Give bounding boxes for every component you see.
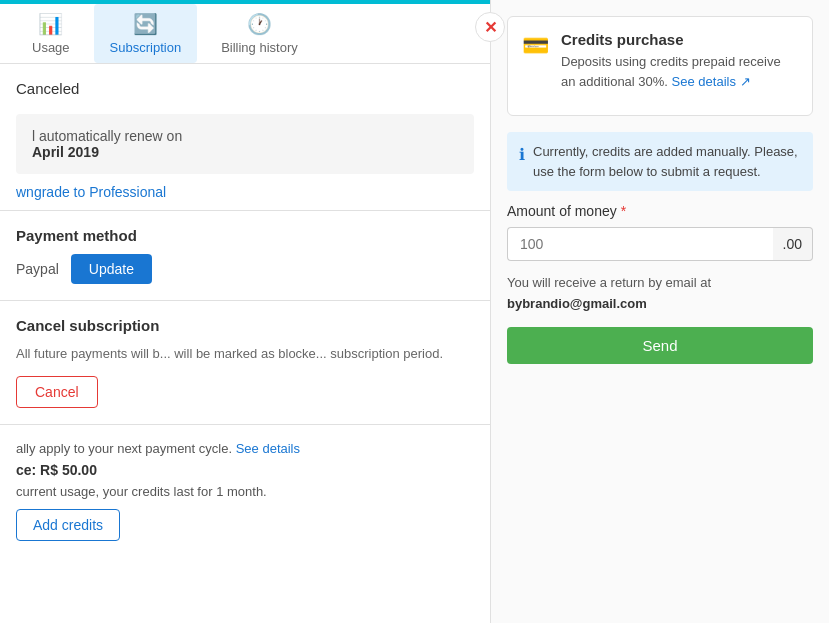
credits-purchase-header: 💳 Credits purchase Deposits using credit… — [522, 31, 798, 91]
see-details-link[interactable]: See details ↗ — [672, 74, 751, 89]
tab-billing-label: Billing history — [221, 40, 298, 55]
tab-billing-history[interactable]: 🕐 Billing history — [205, 4, 314, 63]
credits-usage-text: current usage, your credits last for 1 m… — [16, 484, 474, 499]
tabs-container: 📊 Usage 🔄 Subscription 🕐 Billing history — [0, 4, 490, 64]
credits-purchase-desc: Deposits using credits prepaid receive a… — [561, 52, 798, 91]
payment-section: Payment method Paypal Update — [0, 210, 490, 300]
billing-icon: 🕐 — [247, 12, 272, 36]
payment-title: Payment method — [16, 227, 474, 244]
credits-section: ally apply to your next payment cycle. S… — [0, 424, 490, 557]
amount-label: Amount of money * — [507, 203, 813, 219]
send-button[interactable]: Send — [507, 327, 813, 364]
tab-usage-label: Usage — [32, 40, 70, 55]
cancel-description: All future payments will b... will be ma… — [16, 344, 474, 364]
credits-cycle-text: ally apply to your next payment cycle. S… — [16, 441, 474, 456]
cancel-button[interactable]: Cancel — [16, 376, 98, 408]
info-icon: ℹ — [519, 143, 525, 167]
required-star: * — [621, 203, 626, 219]
add-credits-button[interactable]: Add credits — [16, 509, 120, 541]
status-badge: Canceled — [16, 80, 79, 97]
update-payment-button[interactable]: Update — [71, 254, 152, 284]
amount-input[interactable] — [507, 227, 773, 261]
tab-subscription[interactable]: 🔄 Subscription — [94, 4, 198, 63]
info-notice: ℹ Currently, credits are added manually.… — [507, 132, 813, 191]
close-icon: ✕ — [484, 18, 497, 37]
credits-purchase-card: 💳 Credits purchase Deposits using credit… — [507, 16, 813, 116]
main-content: 📊 Usage 🔄 Subscription 🕐 Billing history… — [0, 4, 490, 623]
close-panel-button[interactable]: ✕ — [475, 12, 505, 42]
cancel-section: Cancel subscription All future payments … — [0, 300, 490, 424]
amount-section: Amount of money * .00 — [491, 203, 829, 273]
return-email-address: bybrandio@gmail.com — [507, 296, 647, 311]
status-section: Canceled — [0, 64, 490, 106]
amount-input-row: .00 — [507, 227, 813, 261]
amount-suffix: .00 — [773, 227, 813, 261]
tab-usage[interactable]: 📊 Usage — [16, 4, 86, 63]
renewal-text: l automatically renew on — [32, 128, 458, 144]
credits-panel: ✕ 💳 Credits purchase Deposits using cred… — [490, 0, 829, 623]
info-notice-text: Currently, credits are added manually. P… — [533, 142, 801, 181]
cancel-subscription-title: Cancel subscription — [16, 317, 474, 334]
credits-price: ce: R$ 50.00 — [16, 462, 474, 478]
upgrade-link[interactable]: wngrade to Professional — [16, 184, 474, 200]
tab-subscription-label: Subscription — [110, 40, 182, 55]
credits-purchase-title: Credits purchase — [561, 31, 798, 48]
renewal-box: l automatically renew on April 2019 — [16, 114, 474, 174]
renewal-date: April 2019 — [32, 144, 458, 160]
credit-card-icon: 💳 — [522, 33, 549, 59]
credits-purchase-info: Credits purchase Deposits using credits … — [561, 31, 798, 91]
usage-icon: 📊 — [38, 12, 63, 36]
return-email-section: You will receive a return by email at by… — [491, 273, 829, 327]
return-email-text: You will receive a return by email at — [507, 275, 711, 290]
payment-row: Paypal Update — [16, 254, 474, 284]
credits-see-details-link[interactable]: See details — [236, 441, 300, 456]
subscription-icon: 🔄 — [133, 12, 158, 36]
payment-method-label: Paypal — [16, 261, 59, 277]
external-link-icon: ↗ — [740, 74, 751, 89]
